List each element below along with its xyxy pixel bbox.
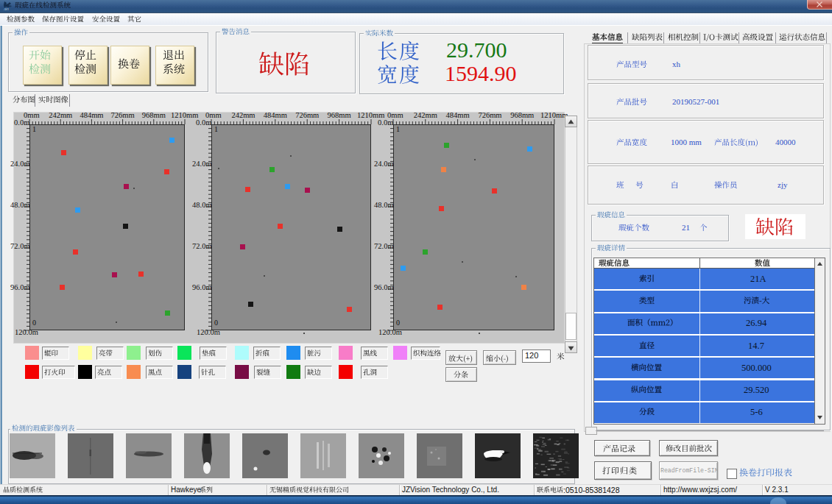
svg-text:AVI: AVI <box>4 7 9 11</box>
